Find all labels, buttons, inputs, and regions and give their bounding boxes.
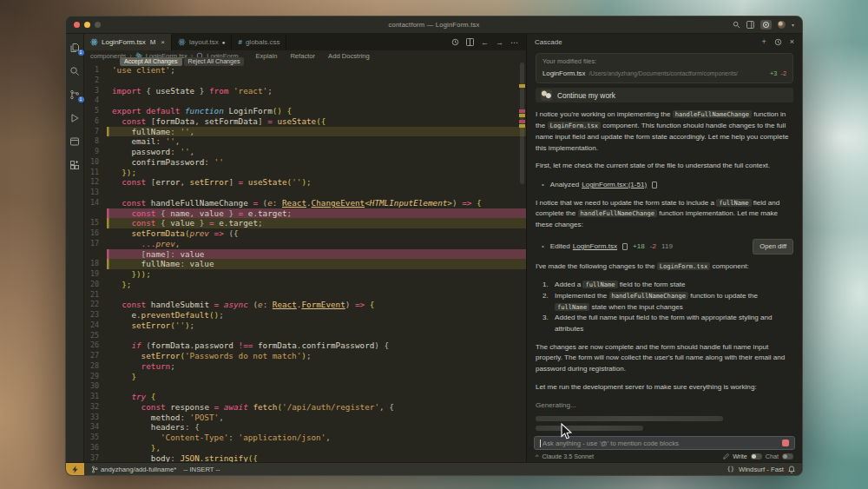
unsaved-dot-icon[interactable]: ● [222,40,226,45]
code-line[interactable]: 17 ...prev, [84,239,526,249]
timeline-icon[interactable] [451,38,459,46]
stop-generation-button[interactable] [782,439,789,446]
scrollbar-thumb[interactable] [520,63,524,184]
account-avatar[interactable] [778,21,786,29]
history-icon[interactable] [774,38,782,46]
close-tab-icon[interactable]: × [161,38,165,46]
code-line[interactable]: 24 setError(''); [84,320,526,331]
code-line[interactable]: 27 setError('Passwords do not match'); [84,351,526,361]
code-text: return; [107,361,526,372]
chat-mode-toggle[interactable] [782,453,793,459]
run-debug-icon[interactable] [69,112,81,123]
tab-layout[interactable]: layout.tsx ● [172,34,232,50]
code-text: const [error, setError] = useState(''); [107,177,526,188]
code-line[interactable]: 20 }; [84,280,526,290]
code-line[interactable]: 4 [84,96,526,106]
code-line[interactable]: 33 method: 'POST', [84,413,526,423]
extensions-icon[interactable] [69,159,81,170]
source-control-icon[interactable]: 1 [69,89,81,100]
code-line[interactable]: 37 body: JSON.stringify({ [84,453,526,463]
line-number: 22 [84,300,107,310]
code-line[interactable]: 23 e.preventDefault(); [84,310,526,320]
write-mode-label[interactable]: Write [733,453,747,460]
code-line[interactable]: 2 [84,76,526,86]
code-line[interactable]: 9 password: '', [84,147,526,157]
remote-indicator[interactable] [66,463,84,475]
chat-input[interactable]: Ask anything - use '@' to mention code b… [534,436,795,450]
code-line[interactable]: 31 try { [84,392,526,402]
list-item: 1.Added a fullName field to the form sta… [542,280,793,291]
forward-icon[interactable]: → [496,38,503,47]
more-actions-icon[interactable]: ⋯ [510,38,518,47]
remote-explorer-icon[interactable] [69,135,81,147]
code-line[interactable]: [name]: value [84,249,526,260]
write-mode-toggle[interactable] [751,453,762,459]
close-window-button[interactable] [74,22,80,28]
editor-scrollbar[interactable] [517,61,526,462]
minimize-window-button[interactable] [84,22,90,28]
ai-action-add-docstring[interactable]: Add Docstring [328,52,370,60]
tab-loginform[interactable]: LoginForm.tsx M × [84,34,172,50]
open-diff-button[interactable]: Open diff [753,239,793,255]
code-line[interactable]: 30 [84,381,526,392]
list-item: 3.Added the full name input field to the… [542,313,793,334]
chat-mode-label[interactable]: Chat [766,453,779,460]
code-line[interactable]: 6 const [formData, setFormData] = useSta… [84,116,526,127]
close-panel-icon[interactable]: × [790,37,794,46]
code-line[interactable]: 26 if (formData.password !== formData.co… [84,340,526,351]
code-line[interactable]: 10 confirmPassword: '' [84,157,526,168]
reject-all-changes-button[interactable]: Reject All Changes [184,57,245,66]
code-line[interactable]: 3import { useState } from 'react'; [84,86,526,96]
code-line[interactable]: 36 }, [84,443,526,453]
tab-globals[interactable]: # globals.css [232,34,286,50]
modified-file-name[interactable]: LoginForm.tsx [542,69,585,80]
new-conversation-icon[interactable]: + [761,37,766,46]
code-line[interactable]: 16 setFormData(prev => ({ [84,228,526,239]
code-line[interactable]: 5export default function LoginForm() { [84,106,526,116]
code-line[interactable]: 13 [84,188,526,198]
title-bar[interactable]: contactform — LoginForm.tsx ▾ [66,17,802,34]
code-line[interactable]: 1'use client'; [84,65,526,76]
code-line[interactable]: 18 fullName: value [84,259,526,269]
code-line[interactable]: 32 const response = await fetch('/api/au… [84,402,526,413]
modified-files-box[interactable]: Your modified files: LoginForm.tsx /User… [536,53,793,83]
code-line[interactable]: 19 })); [84,269,526,280]
code-line[interactable]: 35 'Content-Type': 'application/json', [84,433,526,443]
code-line[interactable]: 22 const handleSubmit = async (e: React.… [84,300,526,310]
back-icon[interactable]: ← [481,38,489,47]
bell-icon[interactable] [788,466,795,473]
chevron-down-icon[interactable]: ▾ [792,22,794,28]
layout-panel-icon[interactable] [746,21,754,29]
code-line[interactable]: 21 [84,290,526,301]
file-link[interactable]: LoginForm.tsx [573,241,617,253]
user-message-text: Continue my work [557,90,615,102]
windsurf-status[interactable]: Windsurf - Fast [739,466,784,473]
code-line[interactable]: const { name, value } = e.target; [84,208,526,219]
zoom-window-button[interactable] [95,22,101,28]
code-editor[interactable]: 1'use client';23import { useState } from… [84,61,526,462]
search-icon[interactable] [733,21,740,29]
code-line[interactable]: 28 return; [84,361,526,372]
split-editor-icon[interactable] [466,38,474,46]
code-line[interactable]: 34 headers: { [84,422,526,433]
code-line[interactable]: 7 fullName: '', [84,127,526,137]
code-line[interactable]: 12 const [error, setError] = useState(''… [84,177,526,188]
model-selector-chevron[interactable]: ^ [536,453,538,460]
code-line[interactable]: 25 [84,331,526,341]
accept-all-changes-button[interactable]: Accept All Changes [120,57,182,66]
cascade-toggle-icon[interactable] [760,20,772,30]
file-link[interactable]: LoginForm.tsx:(1-51) [582,180,647,191]
git-branch-status[interactable]: andyzhang/add-fullname* [91,466,176,473]
explorer-icon[interactable]: 1 [69,42,81,53]
language-braces-icon[interactable]: {} [727,466,733,472]
line-number: 28 [84,361,107,372]
code-line[interactable]: 11 }); [84,168,526,178]
model-selector[interactable]: Claude 3.5 Sonnet [542,453,594,460]
code-line[interactable]: 29 } [84,372,526,382]
code-line[interactable]: 8 email: '', [84,136,526,147]
ai-action-explain[interactable]: Explain [255,52,277,60]
search-sidebar-icon[interactable] [69,65,81,76]
ai-action-refactor[interactable]: Refactor [290,52,315,60]
code-line[interactable]: 14 const handleFullNameChange = (e: Reac… [84,198,526,208]
code-line[interactable]: 15 const { value } = e.target; [84,218,526,228]
